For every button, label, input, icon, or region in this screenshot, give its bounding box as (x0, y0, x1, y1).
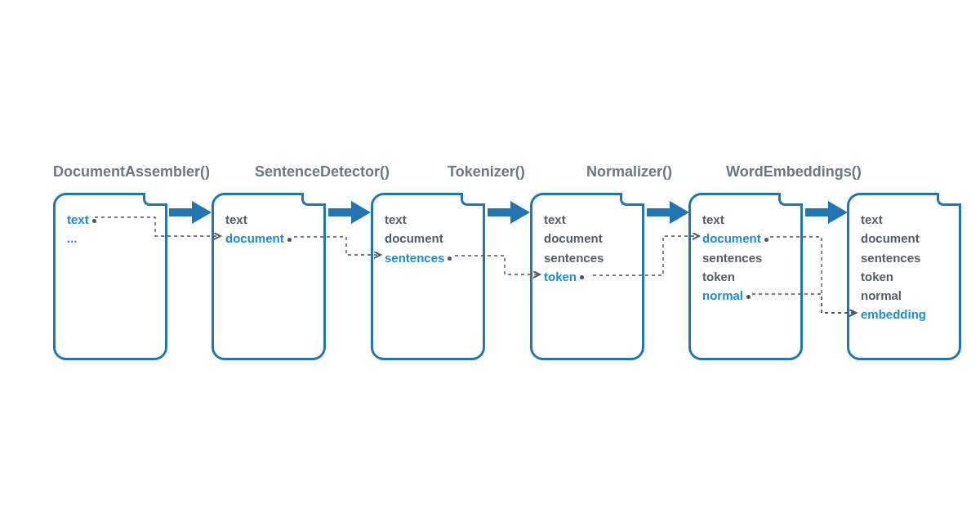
stage-item-text: ... (67, 231, 78, 245)
stage-item: token (544, 267, 630, 286)
stage-item-text: token (702, 270, 735, 283)
output-dot-icon (580, 275, 584, 279)
stage-item-text: text (861, 212, 883, 226)
stage-item-text: document (385, 231, 443, 245)
arrow-icon (647, 201, 693, 224)
stage-item: document (225, 229, 312, 248)
stage-item: embedding (861, 305, 947, 323)
stage-box: textdocument (212, 193, 326, 360)
box-notch (301, 193, 326, 206)
stage-item: text (544, 210, 630, 229)
box-notch (937, 193, 961, 206)
stage-box: text... (53, 193, 167, 360)
arrow-icon (328, 201, 374, 224)
stage-box: textdocumentsentences (371, 193, 485, 360)
stage-item: text (225, 210, 312, 229)
arrow-icon (805, 201, 851, 224)
stage-item: text (385, 210, 471, 229)
box-notch (778, 193, 803, 206)
stage-item: sentences (861, 248, 947, 267)
output-dot-icon (287, 238, 292, 242)
output-dot-icon (764, 238, 768, 242)
stage-item: ... (67, 229, 154, 248)
output-dot-icon (92, 219, 96, 223)
stage-item-text: text (225, 212, 247, 226)
stage-item: text (67, 210, 154, 229)
stage-box: textdocumentsentencestokennormal (688, 193, 803, 360)
stage-item: document (544, 229, 630, 248)
stage-item-text: sentences (702, 251, 762, 265)
stage-item: normal (702, 286, 789, 305)
stage-item-text: sentences (385, 251, 444, 265)
pipeline-diagram: DocumentAssembler()text...SentenceDetect… (0, 0, 980, 513)
stage-item: document (702, 229, 789, 248)
stage-box: textdocumentsentencestoken (530, 193, 644, 360)
stage-box: textdocumentsentencestokennormalembeddin… (847, 193, 961, 360)
stage-label: DocumentAssembler() (53, 163, 210, 181)
stage-item-text: token (861, 270, 893, 283)
stage-item-text: normal (702, 288, 743, 302)
stage-item-text: text (385, 212, 407, 226)
arrow-icon (488, 201, 533, 224)
stage-item: document (861, 229, 947, 248)
stage-item-text: text (67, 212, 89, 226)
box-notch (461, 193, 485, 206)
stage-item: text (861, 210, 947, 229)
output-dot-icon (746, 295, 751, 299)
stage-item: normal (861, 286, 947, 305)
stage-item-text: document (225, 231, 284, 245)
stage-item-text: sentences (544, 251, 604, 265)
output-dot-icon (448, 256, 452, 261)
stage-item-text: document (702, 231, 761, 245)
stage-item-text: document (544, 231, 603, 245)
stage-label: WordEmbeddings() (726, 163, 862, 181)
stage-item: document (385, 229, 471, 248)
stage-item-text: embedding (861, 307, 926, 321)
stage-item: sentences (544, 248, 630, 267)
stage-item-text: text (544, 212, 566, 226)
box-notch (620, 193, 644, 206)
stage-item-text: document (861, 231, 920, 245)
box-notch (143, 193, 167, 206)
stage-item-text: text (702, 212, 724, 226)
arrow-icon (169, 201, 215, 224)
stage-item: text (702, 210, 789, 229)
stage-item-text: sentences (861, 251, 920, 265)
stage-item-text: token (544, 270, 577, 283)
stage-item: token (861, 267, 947, 286)
stage-label: Normalizer() (586, 163, 672, 181)
stage-item: sentences (385, 248, 471, 267)
stage-label: Tokenizer() (448, 163, 525, 181)
stage-label: SentenceDetector() (255, 163, 390, 181)
stage-item: sentences (702, 248, 789, 267)
stage-item-text: normal (861, 288, 902, 302)
stage-item: token (702, 267, 789, 286)
